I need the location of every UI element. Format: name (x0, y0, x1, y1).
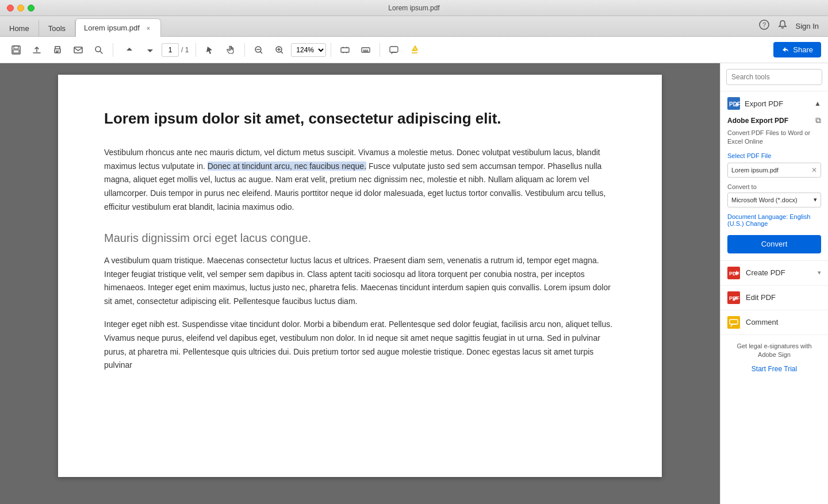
export-chevron-icon: ▲ (814, 99, 821, 107)
adjust-button[interactable] (336, 41, 354, 59)
comment-icon (727, 316, 740, 329)
edit-pdf-label: Edit PDF (746, 293, 776, 302)
highlight-button[interactable] (405, 41, 424, 59)
pdf-file-name: Lorem ipsum.pdf (731, 167, 779, 174)
save-button[interactable] (7, 41, 25, 59)
email-button[interactable] (69, 41, 87, 59)
tab-bar: Home Tools Lorem ipsum.pdf × ? Sign In (0, 16, 828, 37)
search-button[interactable] (90, 41, 108, 59)
convert-to-select[interactable]: Microsoft Word (*.docx) ▾ (727, 193, 821, 207)
title-bar: Lorem ipsum.pdf (0, 0, 828, 16)
comment-item[interactable]: Comment (720, 310, 828, 335)
svg-rect-7 (56, 52, 58, 53)
main-content: Lorem ipsum dolor sit amet, consectetur … (0, 63, 828, 504)
comment-toolbar-button[interactable] (385, 41, 403, 59)
toolbar-separator-2 (195, 43, 196, 57)
search-tools-container (720, 63, 828, 91)
upload-button[interactable] (28, 41, 46, 59)
svg-rect-14 (390, 47, 398, 52)
doc-language: Document Language: English (U.S.) Change (727, 213, 821, 227)
hand-tool-button[interactable] (221, 41, 240, 59)
toolbar-separator-1 (113, 43, 113, 57)
svg-rect-8 (74, 47, 82, 53)
pdf-paragraph-3: Integer eget nibh est. Suspendisse vitae… (104, 318, 616, 372)
create-pdf-chevron: ▾ (818, 269, 821, 276)
start-free-trial-button[interactable]: Start Free Trial (752, 365, 797, 373)
export-pdf-header[interactable]: PDF Export PDF ▲ (720, 91, 828, 116)
pdf-file-clear-icon[interactable]: ✕ (811, 166, 817, 174)
adobe-export-title: Adobe Export PDF (727, 117, 788, 125)
zoom-out-button[interactable] (250, 41, 268, 59)
page-number-input[interactable]: 1 (162, 43, 179, 57)
convert-to-value: Microsoft Word (*.docx) (731, 197, 798, 203)
tab-home[interactable]: Home (0, 20, 39, 36)
search-tools-input[interactable] (726, 69, 822, 85)
toolbar-separator-5 (379, 43, 380, 57)
sign-in-button[interactable]: Sign In (796, 22, 819, 30)
page-down-button[interactable] (141, 41, 159, 59)
svg-text:?: ? (762, 21, 765, 28)
page-navigation: 1 / 1 (120, 41, 189, 59)
select-tool-button[interactable] (201, 41, 219, 59)
tab-close-button[interactable]: × (144, 24, 152, 32)
share-button[interactable]: Share (773, 42, 821, 57)
zoom-select[interactable]: 124% 100% 75% 150% (291, 43, 326, 57)
tab-home-label: Home (9, 24, 29, 33)
traffic-lights (7, 5, 34, 11)
pdf-para1-highlight: Donec at tincidunt arcu, nec faucibus ne… (208, 161, 366, 171)
create-pdf-item[interactable]: PDF Create PDF ▾ (720, 261, 828, 286)
pdf-paragraph-1: Vestibulum rhoncus ante nec mauris dictu… (104, 146, 616, 214)
adobe-export-title-row: Adobe Export PDF ⧉ (727, 116, 821, 125)
free-trial-desc: Get legal e-signatures with Adobe Sign (727, 342, 821, 360)
create-pdf-label: Create PDF (746, 268, 785, 277)
create-pdf-icon: PDF (727, 267, 740, 279)
tab-pdf[interactable]: Lorem ipsum.pdf × (75, 18, 161, 37)
free-trial-section: Get legal e-signatures with Adobe Sign S… (720, 335, 828, 380)
pdf-file-input[interactable]: Lorem ipsum.pdf ✕ (727, 163, 821, 178)
export-pdf-section: PDF Export PDF ▲ Adobe Export PDF ⧉ Conv… (720, 91, 828, 261)
export-pdf-label: Export PDF (745, 99, 783, 108)
change-language-link[interactable]: Change (746, 220, 768, 227)
export-header-left: PDF Export PDF (727, 97, 783, 110)
convert-to-chevron-icon: ▾ (814, 196, 817, 203)
notifications-icon[interactable] (777, 20, 788, 32)
help-icon[interactable]: ? (759, 20, 769, 32)
svg-rect-6 (56, 51, 59, 52)
toolbar: 1 / 1 124% 100% 75% 150% Share (0, 37, 828, 63)
convert-button[interactable]: Convert (727, 235, 821, 253)
adobe-export-desc: Convert PDF Files to Word or Excel Onlin… (727, 129, 821, 147)
toolbar-right: Share (773, 42, 821, 57)
page-total: / 1 (181, 46, 189, 54)
page-up-button[interactable] (120, 41, 139, 59)
svg-rect-12 (341, 48, 349, 52)
svg-rect-4 (13, 50, 19, 53)
adobe-export-content: Adobe Export PDF ⧉ Convert PDF Files to … (720, 116, 828, 260)
export-pdf-icon: PDF (727, 97, 740, 110)
keyboard-button[interactable] (356, 41, 375, 59)
edit-pdf-icon: PDF (727, 291, 740, 304)
zoom-in-button[interactable] (270, 41, 289, 59)
edit-pdf-item[interactable]: PDF Edit PDF (720, 286, 828, 310)
maximize-window-button[interactable] (28, 5, 34, 11)
comment-label: Comment (746, 318, 778, 326)
tab-bar-right: ? Sign In (759, 16, 828, 36)
svg-text:PDF: PDF (729, 271, 740, 276)
convert-to-label: Convert to (727, 183, 821, 190)
minimize-window-button[interactable] (17, 5, 24, 11)
right-panel: PDF Export PDF ▲ Adobe Export PDF ⧉ Conv… (720, 63, 828, 504)
tab-tools-label: Tools (48, 24, 66, 33)
pdf-paragraph-2: A vestibulum quam tristique. Maecenas co… (104, 254, 616, 309)
window-title: Lorem ipsum.pdf (388, 4, 439, 12)
pdf-viewer[interactable]: Lorem ipsum dolor sit amet, consectetur … (0, 63, 720, 504)
copy-icon[interactable]: ⧉ (815, 116, 821, 125)
pdf-page: Lorem ipsum dolor sit amet, consectetur … (58, 75, 662, 477)
pdf-heading-2: Mauris dignissim orci eget lacus congue. (104, 232, 616, 245)
toolbar-separator-3 (244, 43, 245, 57)
svg-rect-21 (727, 316, 740, 329)
tab-pdf-label: Lorem ipsum.pdf (84, 24, 140, 32)
tab-tools[interactable]: Tools (39, 20, 75, 36)
print-button[interactable] (48, 41, 67, 59)
pdf-heading-1: Lorem ipsum dolor sit amet, consectetur … (104, 109, 616, 129)
select-pdf-label: Select PDF File (727, 152, 821, 159)
close-window-button[interactable] (7, 5, 14, 11)
